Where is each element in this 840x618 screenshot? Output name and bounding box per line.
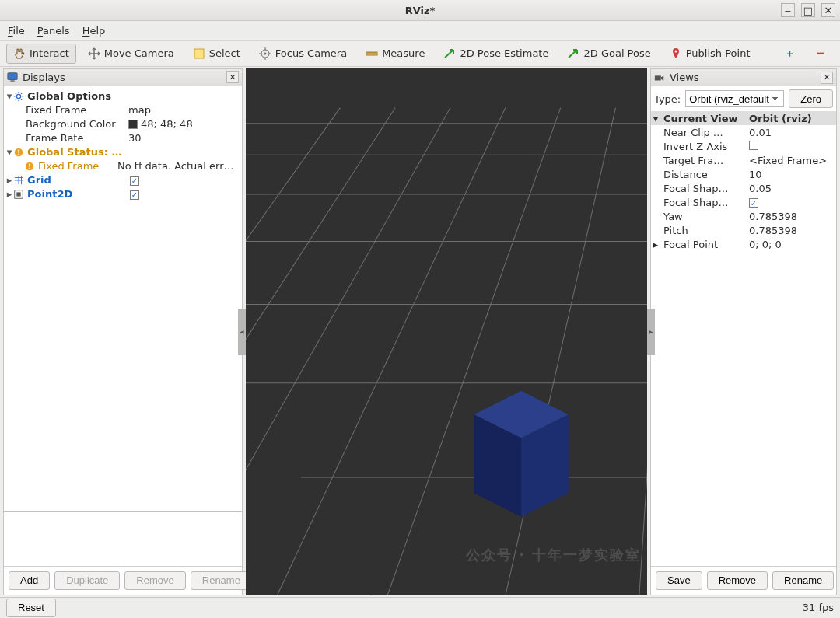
- expand-icon[interactable]: ▾: [5, 146, 13, 158]
- yaw-row[interactable]: Yaw0.785398: [651, 209, 836, 223]
- grid-node[interactable]: ▸ Grid ✓: [4, 173, 242, 187]
- point2d-node[interactable]: ▸ Point2D ✓: [4, 187, 242, 201]
- fixed-frame-row[interactable]: Fixed Frame map: [4, 103, 242, 117]
- invert-z-row[interactable]: Invert Z Axis: [651, 139, 836, 153]
- views-panel: Views ✕ Type: Orbit (rviz_default Zero ▾…: [650, 68, 837, 595]
- warning-icon: [13, 147, 24, 158]
- status-bar: Reset 31 fps: [0, 597, 840, 618]
- views-remove-button[interactable]: Remove: [707, 571, 768, 590]
- expand-icon[interactable]: ▸: [5, 188, 13, 200]
- publish-point-tool[interactable]: Publish Point: [663, 44, 758, 64]
- displays-header[interactable]: Displays ✕: [4, 69, 242, 86]
- interact-label: Interact: [30, 47, 69, 59]
- global-options-label: Global Options: [26, 90, 127, 102]
- focal-shape-fixed-row[interactable]: Focal Shap…✓: [651, 195, 836, 209]
- hand-icon: [13, 47, 26, 60]
- interact-tool[interactable]: Interact: [6, 44, 76, 64]
- global-status-fixed-frame[interactable]: Fixed Frame No tf data. Actual err…: [4, 159, 242, 173]
- svg-rect-0: [194, 49, 204, 58]
- point2d-checkbox[interactable]: ✓: [130, 190, 139, 200]
- reset-button[interactable]: Reset: [6, 599, 56, 617]
- rename-button[interactable]: Rename: [191, 571, 252, 590]
- window-controls: ‒ □ ✕: [781, 3, 835, 17]
- expand-icon[interactable]: ▸: [651, 239, 660, 250]
- goal-pose-label: 2D Goal Pose: [583, 47, 650, 59]
- focus-camera-tool[interactable]: Focus Camera: [252, 44, 354, 64]
- focus-camera-label: Focus Camera: [275, 47, 347, 59]
- views-type-row: Type: Orbit (rviz_default Zero: [651, 86, 836, 111]
- pose-estimate-label: 2D Pose Estimate: [460, 47, 548, 59]
- viewport-column: ◂: [246, 68, 647, 595]
- svg-point-4: [674, 50, 677, 52]
- background-color-row[interactable]: Background Color 48; 48; 48: [4, 117, 242, 131]
- type-label: Type:: [654, 93, 681, 105]
- focal-shape-size-row[interactable]: Focal Shap…0.05: [651, 181, 836, 195]
- duplicate-button[interactable]: Duplicate: [54, 571, 120, 590]
- svg-point-2: [264, 52, 266, 54]
- publish-point-label: Publish Point: [686, 47, 751, 59]
- displays-footer: Add Duplicate Remove Rename: [4, 566, 242, 595]
- global-status-node[interactable]: ▾ Global Status: …: [4, 145, 242, 159]
- select-label: Select: [209, 47, 240, 59]
- select-tool[interactable]: Select: [186, 44, 247, 64]
- select-icon: [193, 47, 205, 60]
- main-area: Displays ✕ ▾ Global Options Fixed Frame …: [0, 67, 840, 596]
- minimize-button[interactable]: ‒: [781, 3, 795, 17]
- current-view-row[interactable]: ▾ Current View Orbit (rviz): [651, 111, 836, 125]
- measure-tool[interactable]: Measure: [359, 44, 432, 64]
- svg-rect-5: [8, 73, 17, 80]
- distance-row[interactable]: Distance10: [651, 167, 836, 181]
- views-tree[interactable]: ▾ Current View Orbit (rviz) Near Clip …0…: [651, 111, 836, 565]
- global-options-node[interactable]: ▾ Global Options: [4, 89, 242, 103]
- zero-button[interactable]: Zero: [789, 89, 833, 108]
- viewport-3d[interactable]: 公众号 · 十年一梦实验室: [246, 68, 647, 595]
- svg-line-28: [387, 108, 561, 595]
- fps-label: 31 fps: [803, 602, 834, 613]
- displays-close[interactable]: ✕: [226, 71, 239, 83]
- arrow-green-icon: [567, 47, 579, 60]
- save-button[interactable]: Save: [656, 571, 702, 590]
- add-button[interactable]: Add: [9, 571, 50, 590]
- pitch-row[interactable]: Pitch0.785398: [651, 223, 836, 237]
- views-close[interactable]: ✕: [821, 72, 833, 84]
- svg-rect-12: [29, 163, 30, 166]
- maximize-button[interactable]: □: [801, 3, 815, 17]
- target-frame-row[interactable]: Target Fra…<Fixed Frame>: [651, 153, 836, 167]
- near-clip-row[interactable]: Near Clip …0.01: [651, 125, 836, 139]
- pin-icon: [670, 47, 682, 60]
- displays-title: Displays: [23, 72, 65, 83]
- expand-icon[interactable]: ▸: [5, 174, 13, 186]
- add-tool-button[interactable]: ＋: [776, 44, 803, 64]
- close-button[interactable]: ✕: [821, 3, 835, 17]
- remove-button[interactable]: Remove: [124, 571, 185, 590]
- menu-file[interactable]: File: [8, 25, 25, 37]
- goal-pose-tool[interactable]: 2D Goal Pose: [560, 44, 657, 64]
- panel-collapse-left[interactable]: ◂: [238, 309, 246, 355]
- svg-rect-36: [655, 75, 661, 80]
- move-icon: [88, 47, 100, 60]
- grid-checkbox[interactable]: ✓: [130, 176, 139, 186]
- plus-icon: ＋: [783, 47, 796, 60]
- camera-icon: [654, 72, 665, 83]
- pose-estimate-tool[interactable]: 2D Pose Estimate: [436, 44, 555, 64]
- menu-help[interactable]: Help: [82, 25, 106, 37]
- displays-icon: [7, 72, 18, 82]
- svg-rect-10: [18, 153, 19, 154]
- frame-rate-row[interactable]: Frame Rate 30: [4, 131, 242, 145]
- focal-point-row[interactable]: ▸Focal Point0; 0; 0: [651, 237, 836, 251]
- gear-icon: [13, 91, 24, 102]
- views-rename-button[interactable]: Rename: [772, 571, 834, 590]
- view-type-select[interactable]: Orbit (rviz_default: [685, 90, 784, 107]
- move-camera-tool[interactable]: Move Camera: [81, 44, 181, 64]
- views-header[interactable]: Views ✕: [651, 69, 836, 86]
- displays-tree[interactable]: ▾ Global Options Fixed Frame map Backgro…: [4, 86, 242, 204]
- remove-tool-button[interactable]: ━: [807, 44, 834, 64]
- invert-z-checkbox[interactable]: [749, 141, 758, 150]
- menu-panels[interactable]: Panels: [37, 25, 70, 37]
- svg-rect-6: [10, 81, 14, 82]
- panel-collapse-right[interactable]: ▸: [647, 309, 655, 355]
- expand-icon[interactable]: ▾: [5, 90, 13, 102]
- expand-icon[interactable]: ▾: [651, 113, 660, 124]
- focal-fixed-checkbox[interactable]: ✓: [749, 198, 758, 208]
- move-camera-label: Move Camera: [104, 47, 174, 59]
